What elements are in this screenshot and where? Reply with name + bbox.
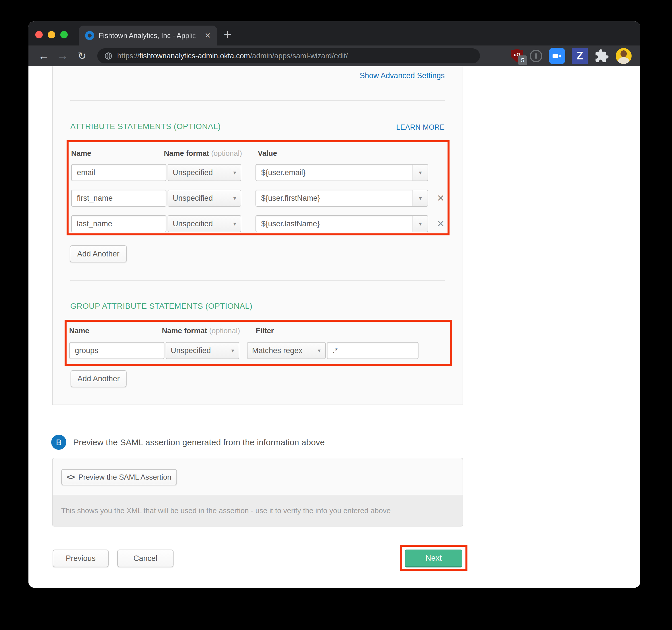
name-format-select[interactable]: Unspecified ▾ [168,190,241,207]
cancel-button[interactable]: Cancel [117,550,173,567]
fullscreen-window-button[interactable] [60,31,68,39]
value-dropdown-button[interactable]: ▾ [413,190,428,207]
chevron-down-icon: ▾ [231,347,234,354]
extensions-puzzle-icon[interactable] [594,49,609,64]
name-format-select[interactable]: Unspecified ▾ [168,164,241,181]
delete-row-icon[interactable]: ✕ [435,215,447,232]
group-attribute-row: Unspecified ▾ Matches regex ▾ [69,342,418,359]
add-another-button[interactable]: Add Another [70,245,127,262]
tab-strip: Fishtown Analytics, Inc - Applic ✕ + [28,21,640,46]
name-format-value: Unspecified [171,346,211,355]
attribute-value-input[interactable] [256,164,413,181]
code-icon: <> [67,473,74,482]
format-column-header: Name format (optional) [164,149,258,158]
saml-settings-card: Show Advanced Settings ATTRIBUTE STATEME… [52,66,463,405]
name-format-select[interactable]: Unspecified ▾ [166,342,239,359]
format-optional-label: (optional) [211,149,242,157]
video-camera-icon [552,51,562,61]
attribute-name-input[interactable] [71,215,166,232]
attribute-table-headers: Name Name format (optional) Value [71,149,277,158]
divider [70,100,445,101]
tab-title: Fishtown Analytics, Inc - Applic [99,31,202,40]
preview-panel: <> Preview the SAML Assertion This shows… [52,458,463,527]
name-column-header: Name [69,326,162,335]
format-column-header: Name format (optional) [162,326,256,335]
delete-row-icon[interactable]: ✕ [435,190,447,207]
name-column-header: Name [71,149,164,158]
preview-button-label: Preview the SAML Assertion [78,473,171,482]
ublock-extension-icon[interactable]: uO 5 [511,49,523,63]
reload-button[interactable]: ↻ [74,46,90,66]
group-attribute-statements-title: GROUP ATTRIBUTE STATEMENTS (OPTIONAL) [70,302,253,311]
chevron-down-icon: ▾ [318,347,321,354]
globe-icon [104,52,113,60]
extension-icons: uO 5 Z ⋮ [511,46,640,66]
tab-close-icon[interactable]: ✕ [205,31,211,40]
chevron-down-icon: ▾ [233,195,236,202]
attribute-statements-annotation-box: Name Name format (optional) Value Unspec… [67,140,450,235]
learn-more-link[interactable]: LEARN MORE [396,123,445,131]
chevron-down-icon: ▾ [419,169,422,176]
name-format-value: Unspecified [173,168,213,177]
name-format-value: Unspecified [173,220,213,228]
value-combobox: ▾ [256,164,428,181]
url-path: /admin/apps/saml-wizard/edit/ [250,51,348,60]
close-window-button[interactable] [35,31,43,39]
new-tab-button[interactable]: + [224,26,232,43]
attribute-name-input[interactable] [71,190,166,207]
format-header-label: Name format [162,326,207,335]
page-content: Show Advanced Settings ATTRIBUTE STATEME… [28,66,640,588]
zoom-extension-icon[interactable] [549,48,565,64]
filter-value-input[interactable] [327,342,418,359]
preview-description-strip: This shows you the XML that will be used… [53,495,463,526]
show-advanced-settings-link[interactable]: Show Advanced Settings [360,71,445,80]
value-combobox: ▾ [256,215,428,232]
attribute-value-input[interactable] [256,190,413,207]
ublock-badge: 5 [518,55,527,65]
back-button[interactable]: ← [36,46,52,66]
format-optional-label: (optional) [209,326,240,335]
chevron-down-icon: ▾ [233,220,236,227]
url-domain: fishtownanalytics-admin.okta.com [139,51,250,60]
chevron-down-icon: ▾ [233,169,236,176]
chrome-menu-icon[interactable]: ⋮ [638,50,640,62]
profile-avatar[interactable] [616,48,631,64]
previous-button[interactable]: Previous [53,550,109,567]
group-attribute-annotation-box: Name Name format (optional) Filter Unspe… [65,320,452,366]
attribute-row: Unspecified ▾ ▾ ✕ [71,215,447,232]
filter-type-select[interactable]: Matches regex ▾ [247,342,326,359]
browser-window: Fishtown Analytics, Inc - Applic ✕ + ← →… [28,21,640,588]
chevron-down-icon: ▾ [419,220,422,227]
preview-section-heading: Preview the SAML assertion generated fro… [73,437,325,447]
password-manager-extension-icon[interactable] [530,50,542,62]
url-text: https://fishtownanalytics-admin.okta.com… [117,51,348,60]
attribute-name-input[interactable] [71,164,166,181]
chevron-down-icon: ▾ [419,195,422,202]
forward-button: → [55,46,71,66]
add-another-button[interactable]: Add Another [71,370,127,387]
value-dropdown-button[interactable]: ▾ [413,215,428,232]
filter-column-header: Filter [256,326,274,335]
group-name-input[interactable] [69,342,164,359]
name-format-value: Unspecified [173,194,213,203]
z-extension-icon[interactable]: Z [572,48,588,64]
attribute-row: Unspecified ▾ ▾ [71,164,428,181]
next-button[interactable]: Next [405,550,462,568]
value-dropdown-button[interactable]: ▾ [413,164,428,181]
browser-tab[interactable]: Fishtown Analytics, Inc - Applic ✕ [79,26,217,46]
browser-toolbar: ← → ↻ https://fishtownanalytics-admin.ok… [28,46,640,66]
window-controls [35,31,68,39]
divider [70,280,445,281]
minimize-window-button[interactable] [48,31,55,39]
attribute-statements-title: ATTRIBUTE STATEMENTS (OPTIONAL) [70,122,221,131]
format-header-label: Name format [164,149,209,157]
preview-saml-assertion-button[interactable]: <> Preview the SAML Assertion [61,469,177,485]
attribute-value-input[interactable] [256,215,413,232]
group-table-headers: Name Name format (optional) Filter [69,326,274,335]
address-bar[interactable]: https://fishtownanalytics-admin.okta.com… [97,48,480,64]
step-b-badge: B [51,435,66,450]
value-column-header: Value [258,149,277,158]
filter-type-value: Matches regex [252,346,303,355]
name-format-select[interactable]: Unspecified ▾ [168,215,241,232]
url-scheme: https:// [117,51,139,60]
